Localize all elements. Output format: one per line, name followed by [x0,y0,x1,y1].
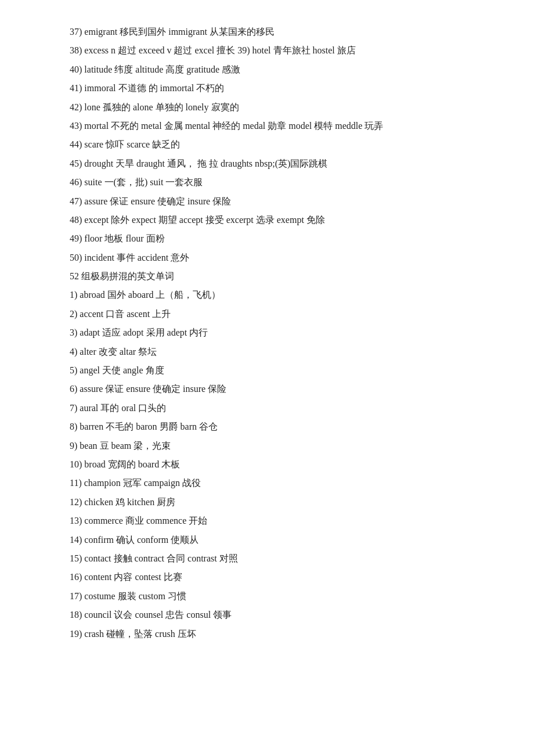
text-line: 41) immoral 不道德 的 immortal 不朽的 [70,80,464,97]
text-line: 16) content 内容 contest 比赛 [70,568,464,586]
text-line: 3) adapt 适应 adopt 采用 adept 内行 [70,324,464,341]
text-line: 2) accent 口音 ascent 上升 [70,305,464,323]
text-line: 9) bean 豆 beam 梁，光束 [70,437,464,455]
text-line: 8) barren 不毛的 baron 男爵 barn 谷仓 [70,418,464,435]
text-line: 13) commerce 商业 commence 开始 [70,512,464,530]
text-line: 37) emigrant 移民到国外 immigrant 从某国来的移民 [70,23,464,41]
text-line: 42) lone 孤独的 alone 单独的 lonely 寂寞的 [70,99,464,116]
text-line: 14) confirm 确认 conform 使顺从 [70,531,464,549]
text-line: 5) angel 天使 angle 角度 [70,362,464,379]
text-line: 18) council 议会 counsel 忠告 consul 领事 [70,606,464,624]
text-line: 48) except 除外 expect 期望 accept 接受 excerp… [70,211,464,229]
text-line: 52 组极易拼混的英文单词 [70,268,464,285]
text-line: 38) excess n 超过 exceed v 超过 excel 擅长 39)… [70,42,464,59]
text-line: 1) abroad 国外 aboard 上（船，飞机） [70,286,464,304]
text-line: 46) suite 一(套，批) suit 一套衣服 [70,174,464,191]
text-line: 15) contact 接触 contract 合同 contrast 对照 [70,550,464,567]
text-line: 12) chicken 鸡 kitchen 厨房 [70,494,464,511]
text-line: 6) assure 保证 ensure 使确定 insure 保险 [70,380,464,398]
text-line: 44) scare 惊吓 scarce 缺乏的 [70,136,464,153]
text-line: 47) assure 保证 ensure 使确定 insure 保险 [70,193,464,210]
text-line: 10) broad 宽阔的 board 木板 [70,456,464,473]
text-line: 43) mortal 不死的 metal 金属 mental 神经的 medal… [70,117,464,135]
text-line: 49) floor 地板 flour 面粉 [70,230,464,247]
text-line: 40) latitude 纬度 altitude 高度 gratitude 感激 [70,61,464,78]
text-line: 19) crash 碰幢，坠落 crush 压坏 [70,625,464,643]
text-line: 4) alter 改变 altar 祭坛 [70,343,464,361]
text-line: 50) incident 事件 accident 意外 [70,249,464,267]
text-line: 45) drought 天旱 draught 通风， 拖 拉 draughts … [70,155,464,172]
text-line: 7) aural 耳的 oral 口头的 [70,399,464,417]
main-content: 37) emigrant 移民到国外 immigrant 从某国来的移民38) … [70,23,464,643]
text-line: 17) costume 服装 custom 习惯 [70,588,464,605]
text-line: 11) champion 冠军 campaign 战役 [70,474,464,492]
